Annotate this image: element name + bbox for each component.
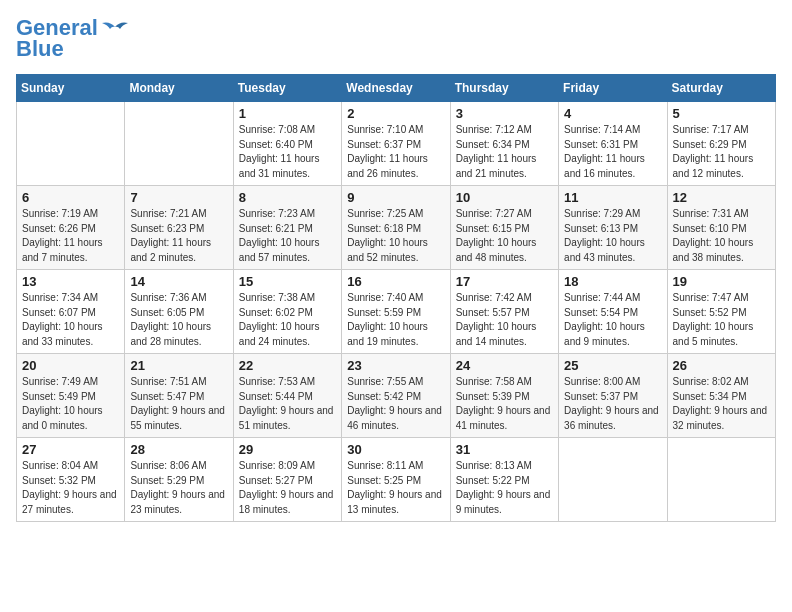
weekday-header-tuesday: Tuesday xyxy=(233,75,341,102)
day-number: 27 xyxy=(22,442,119,457)
calendar-cell: 16Sunrise: 7:40 AM Sunset: 5:59 PM Dayli… xyxy=(342,270,450,354)
day-info: Sunrise: 7:38 AM Sunset: 6:02 PM Dayligh… xyxy=(239,291,336,349)
day-number: 13 xyxy=(22,274,119,289)
day-info: Sunrise: 8:09 AM Sunset: 5:27 PM Dayligh… xyxy=(239,459,336,517)
day-info: Sunrise: 7:19 AM Sunset: 6:26 PM Dayligh… xyxy=(22,207,119,265)
day-info: Sunrise: 7:47 AM Sunset: 5:52 PM Dayligh… xyxy=(673,291,770,349)
day-info: Sunrise: 8:13 AM Sunset: 5:22 PM Dayligh… xyxy=(456,459,553,517)
calendar-cell: 14Sunrise: 7:36 AM Sunset: 6:05 PM Dayli… xyxy=(125,270,233,354)
day-number: 3 xyxy=(456,106,553,121)
day-number: 21 xyxy=(130,358,227,373)
calendar-week-5: 27Sunrise: 8:04 AM Sunset: 5:32 PM Dayli… xyxy=(17,438,776,522)
day-number: 26 xyxy=(673,358,770,373)
day-info: Sunrise: 7:25 AM Sunset: 6:18 PM Dayligh… xyxy=(347,207,444,265)
day-info: Sunrise: 7:27 AM Sunset: 6:15 PM Dayligh… xyxy=(456,207,553,265)
day-info: Sunrise: 8:06 AM Sunset: 5:29 PM Dayligh… xyxy=(130,459,227,517)
day-number: 22 xyxy=(239,358,336,373)
calendar-cell xyxy=(17,102,125,186)
day-info: Sunrise: 7:36 AM Sunset: 6:05 PM Dayligh… xyxy=(130,291,227,349)
calendar-cell: 1Sunrise: 7:08 AM Sunset: 6:40 PM Daylig… xyxy=(233,102,341,186)
calendar-cell xyxy=(125,102,233,186)
logo-blue: Blue xyxy=(16,36,64,62)
calendar-cell: 26Sunrise: 8:02 AM Sunset: 5:34 PM Dayli… xyxy=(667,354,775,438)
day-number: 25 xyxy=(564,358,661,373)
weekday-header-friday: Friday xyxy=(559,75,667,102)
day-info: Sunrise: 7:17 AM Sunset: 6:29 PM Dayligh… xyxy=(673,123,770,181)
calendar-cell: 30Sunrise: 8:11 AM Sunset: 5:25 PM Dayli… xyxy=(342,438,450,522)
day-number: 20 xyxy=(22,358,119,373)
day-info: Sunrise: 7:51 AM Sunset: 5:47 PM Dayligh… xyxy=(130,375,227,433)
calendar-week-4: 20Sunrise: 7:49 AM Sunset: 5:49 PM Dayli… xyxy=(17,354,776,438)
calendar-cell: 11Sunrise: 7:29 AM Sunset: 6:13 PM Dayli… xyxy=(559,186,667,270)
logo: General Blue xyxy=(16,16,130,62)
day-info: Sunrise: 8:02 AM Sunset: 5:34 PM Dayligh… xyxy=(673,375,770,433)
calendar-cell: 19Sunrise: 7:47 AM Sunset: 5:52 PM Dayli… xyxy=(667,270,775,354)
calendar-cell: 8Sunrise: 7:23 AM Sunset: 6:21 PM Daylig… xyxy=(233,186,341,270)
weekday-header-saturday: Saturday xyxy=(667,75,775,102)
calendar-cell: 27Sunrise: 8:04 AM Sunset: 5:32 PM Dayli… xyxy=(17,438,125,522)
day-info: Sunrise: 7:29 AM Sunset: 6:13 PM Dayligh… xyxy=(564,207,661,265)
calendar-table: SundayMondayTuesdayWednesdayThursdayFrid… xyxy=(16,74,776,522)
calendar-cell: 23Sunrise: 7:55 AM Sunset: 5:42 PM Dayli… xyxy=(342,354,450,438)
day-number: 28 xyxy=(130,442,227,457)
calendar-cell: 6Sunrise: 7:19 AM Sunset: 6:26 PM Daylig… xyxy=(17,186,125,270)
day-number: 5 xyxy=(673,106,770,121)
day-info: Sunrise: 7:58 AM Sunset: 5:39 PM Dayligh… xyxy=(456,375,553,433)
day-info: Sunrise: 7:23 AM Sunset: 6:21 PM Dayligh… xyxy=(239,207,336,265)
logo-bird-icon xyxy=(100,19,130,39)
calendar-cell: 18Sunrise: 7:44 AM Sunset: 5:54 PM Dayli… xyxy=(559,270,667,354)
calendar-cell: 22Sunrise: 7:53 AM Sunset: 5:44 PM Dayli… xyxy=(233,354,341,438)
day-number: 12 xyxy=(673,190,770,205)
calendar-cell: 29Sunrise: 8:09 AM Sunset: 5:27 PM Dayli… xyxy=(233,438,341,522)
day-info: Sunrise: 7:42 AM Sunset: 5:57 PM Dayligh… xyxy=(456,291,553,349)
weekday-header-thursday: Thursday xyxy=(450,75,558,102)
day-number: 30 xyxy=(347,442,444,457)
day-number: 11 xyxy=(564,190,661,205)
calendar-cell: 2Sunrise: 7:10 AM Sunset: 6:37 PM Daylig… xyxy=(342,102,450,186)
calendar-cell: 10Sunrise: 7:27 AM Sunset: 6:15 PM Dayli… xyxy=(450,186,558,270)
calendar-cell: 12Sunrise: 7:31 AM Sunset: 6:10 PM Dayli… xyxy=(667,186,775,270)
calendar-cell xyxy=(667,438,775,522)
day-number: 10 xyxy=(456,190,553,205)
calendar-week-3: 13Sunrise: 7:34 AM Sunset: 6:07 PM Dayli… xyxy=(17,270,776,354)
calendar-cell xyxy=(559,438,667,522)
day-number: 2 xyxy=(347,106,444,121)
day-number: 4 xyxy=(564,106,661,121)
calendar-header-row: SundayMondayTuesdayWednesdayThursdayFrid… xyxy=(17,75,776,102)
calendar-cell: 25Sunrise: 8:00 AM Sunset: 5:37 PM Dayli… xyxy=(559,354,667,438)
day-number: 8 xyxy=(239,190,336,205)
day-info: Sunrise: 7:10 AM Sunset: 6:37 PM Dayligh… xyxy=(347,123,444,181)
day-number: 24 xyxy=(456,358,553,373)
day-info: Sunrise: 7:08 AM Sunset: 6:40 PM Dayligh… xyxy=(239,123,336,181)
calendar-cell: 20Sunrise: 7:49 AM Sunset: 5:49 PM Dayli… xyxy=(17,354,125,438)
day-number: 17 xyxy=(456,274,553,289)
calendar-cell: 9Sunrise: 7:25 AM Sunset: 6:18 PM Daylig… xyxy=(342,186,450,270)
day-info: Sunrise: 7:21 AM Sunset: 6:23 PM Dayligh… xyxy=(130,207,227,265)
day-info: Sunrise: 7:49 AM Sunset: 5:49 PM Dayligh… xyxy=(22,375,119,433)
day-info: Sunrise: 7:44 AM Sunset: 5:54 PM Dayligh… xyxy=(564,291,661,349)
day-number: 16 xyxy=(347,274,444,289)
page-header: General Blue xyxy=(16,16,776,62)
day-number: 23 xyxy=(347,358,444,373)
weekday-header-sunday: Sunday xyxy=(17,75,125,102)
day-info: Sunrise: 7:14 AM Sunset: 6:31 PM Dayligh… xyxy=(564,123,661,181)
day-number: 9 xyxy=(347,190,444,205)
day-info: Sunrise: 7:55 AM Sunset: 5:42 PM Dayligh… xyxy=(347,375,444,433)
calendar-cell: 15Sunrise: 7:38 AM Sunset: 6:02 PM Dayli… xyxy=(233,270,341,354)
day-info: Sunrise: 7:31 AM Sunset: 6:10 PM Dayligh… xyxy=(673,207,770,265)
calendar-cell: 28Sunrise: 8:06 AM Sunset: 5:29 PM Dayli… xyxy=(125,438,233,522)
calendar-cell: 13Sunrise: 7:34 AM Sunset: 6:07 PM Dayli… xyxy=(17,270,125,354)
calendar-cell: 24Sunrise: 7:58 AM Sunset: 5:39 PM Dayli… xyxy=(450,354,558,438)
day-number: 18 xyxy=(564,274,661,289)
day-info: Sunrise: 7:12 AM Sunset: 6:34 PM Dayligh… xyxy=(456,123,553,181)
day-number: 14 xyxy=(130,274,227,289)
day-info: Sunrise: 7:34 AM Sunset: 6:07 PM Dayligh… xyxy=(22,291,119,349)
day-number: 7 xyxy=(130,190,227,205)
calendar-cell: 3Sunrise: 7:12 AM Sunset: 6:34 PM Daylig… xyxy=(450,102,558,186)
day-number: 1 xyxy=(239,106,336,121)
day-number: 19 xyxy=(673,274,770,289)
weekday-header-wednesday: Wednesday xyxy=(342,75,450,102)
day-info: Sunrise: 7:53 AM Sunset: 5:44 PM Dayligh… xyxy=(239,375,336,433)
day-number: 6 xyxy=(22,190,119,205)
calendar-week-2: 6Sunrise: 7:19 AM Sunset: 6:26 PM Daylig… xyxy=(17,186,776,270)
